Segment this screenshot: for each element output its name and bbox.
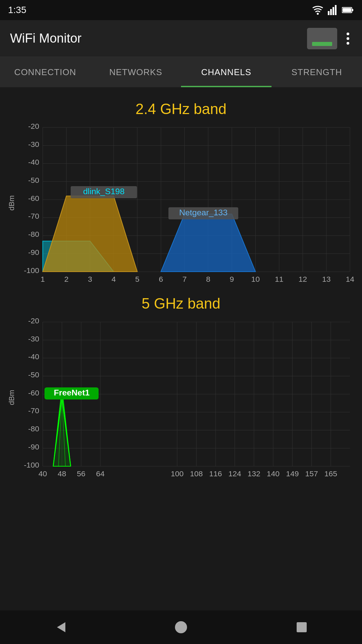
svg-text:FreeNet1: FreeNet1 [54, 388, 89, 397]
svg-rect-116 [297, 622, 307, 632]
signal-icon [328, 5, 338, 15]
svg-text:dlink_S198: dlink_S198 [83, 187, 125, 196]
svg-text:-40: -40 [28, 158, 39, 166]
svg-text:149: 149 [286, 470, 299, 478]
svg-text:13: 13 [322, 275, 330, 283]
band-24-title: 2.4 GHz band [0, 94, 362, 121]
svg-text:2: 2 [64, 275, 69, 283]
band-5-title: 5 GHz band [0, 288, 362, 315]
svg-text:-90: -90 [28, 443, 39, 451]
svg-rect-2 [330, 9, 332, 15]
home-icon [173, 619, 189, 636]
svg-text:108: 108 [190, 470, 203, 478]
svg-text:56: 56 [77, 470, 85, 478]
app-title: WiFi Monitor [10, 31, 81, 46]
svg-text:12: 12 [298, 275, 307, 283]
nav-bar [0, 610, 362, 644]
more-dot-2 [347, 37, 349, 40]
svg-text:-70: -70 [28, 407, 39, 415]
svg-text:64: 64 [96, 470, 105, 478]
svg-text:8: 8 [206, 275, 210, 283]
svg-text:40: 40 [39, 470, 47, 478]
wifi-icon [312, 5, 324, 15]
svg-text:9: 9 [230, 275, 234, 283]
tab-networks[interactable]: NETWORKS [90, 57, 181, 87]
svg-text:-80: -80 [28, 425, 39, 433]
svg-text:14: 14 [346, 275, 354, 283]
svg-text:1: 1 [41, 275, 45, 283]
more-dot-3 [347, 42, 349, 45]
tab-connection[interactable]: CONNECTION [0, 57, 90, 87]
svg-marker-56 [161, 214, 255, 272]
svg-point-115 [175, 621, 187, 633]
svg-text:6: 6 [159, 275, 163, 283]
recent-icon [293, 619, 310, 636]
svg-rect-4 [335, 5, 337, 15]
svg-text:-20: -20 [28, 317, 39, 325]
back-button[interactable] [47, 614, 74, 641]
svg-text:-60: -60 [28, 389, 39, 397]
svg-text:-50: -50 [28, 371, 39, 379]
svg-text:116: 116 [209, 470, 222, 478]
chart-5-svg: -20 -30 -40 -50 -60 -70 -80 [22, 315, 357, 480]
svg-text:-20: -20 [28, 122, 39, 130]
recent-button[interactable] [288, 614, 315, 641]
svg-marker-55 [43, 196, 137, 272]
tab-channels[interactable]: CHANNELS [181, 57, 272, 87]
svg-text:100: 100 [171, 470, 183, 478]
svg-text:140: 140 [267, 470, 280, 478]
status-bar: 1:35 [0, 0, 362, 20]
svg-text:124: 124 [228, 470, 241, 478]
svg-text:-30: -30 [28, 140, 39, 148]
svg-text:10: 10 [251, 275, 259, 283]
more-menu-button[interactable] [344, 30, 352, 47]
svg-marker-107 [53, 398, 71, 466]
svg-rect-1 [328, 11, 329, 15]
thumbnail-bar-icon [312, 42, 332, 46]
svg-text:-90: -90 [28, 248, 39, 256]
chart-24-svg: -20 -30 -40 -50 -60 -70 -80 [22, 121, 357, 285]
status-icons [312, 5, 354, 15]
thumbnail-button[interactable] [307, 28, 337, 49]
tabs: CONNECTION NETWORKS CHANNELS STRENGTH [0, 57, 362, 87]
svg-text:-70: -70 [28, 212, 39, 220]
app-bar: WiFi Monitor [0, 20, 362, 57]
svg-rect-6 [352, 9, 353, 11]
battery-icon [342, 7, 354, 13]
content: 2.4 GHz band dBm [0, 87, 362, 480]
svg-text:132: 132 [248, 470, 260, 478]
svg-text:7: 7 [182, 275, 187, 283]
svg-text:157: 157 [305, 470, 318, 478]
svg-text:165: 165 [324, 470, 337, 478]
more-dot-1 [347, 33, 349, 35]
svg-text:-80: -80 [28, 230, 39, 238]
svg-text:4: 4 [112, 275, 116, 283]
svg-marker-114 [57, 622, 65, 632]
y-axis-label-5: dBm [7, 389, 16, 406]
svg-rect-3 [333, 7, 334, 15]
svg-text:11: 11 [275, 275, 283, 283]
svg-text:48: 48 [58, 470, 66, 478]
svg-text:-50: -50 [28, 176, 39, 184]
home-button[interactable] [168, 614, 194, 641]
app-bar-actions [307, 28, 352, 49]
svg-text:-40: -40 [28, 353, 39, 361]
svg-text:Netgear_133: Netgear_133 [179, 208, 228, 217]
svg-text:5: 5 [135, 275, 139, 283]
tab-strength[interactable]: STRENGTH [272, 57, 362, 87]
band-5-section: 5 GHz band dBm -20 -30 -40 -50 -60 [0, 288, 362, 480]
back-icon [52, 619, 69, 636]
svg-rect-7 [343, 8, 351, 12]
svg-text:-60: -60 [28, 194, 39, 202]
y-axis-label-24: dBm [7, 195, 16, 211]
svg-text:-100: -100 [24, 461, 39, 469]
svg-point-0 [317, 13, 319, 15]
svg-text:-100: -100 [24, 266, 39, 274]
svg-text:3: 3 [88, 275, 92, 283]
status-time: 1:35 [8, 5, 26, 15]
svg-text:-30: -30 [28, 335, 39, 343]
band-24-section: 2.4 GHz band dBm [0, 94, 362, 285]
